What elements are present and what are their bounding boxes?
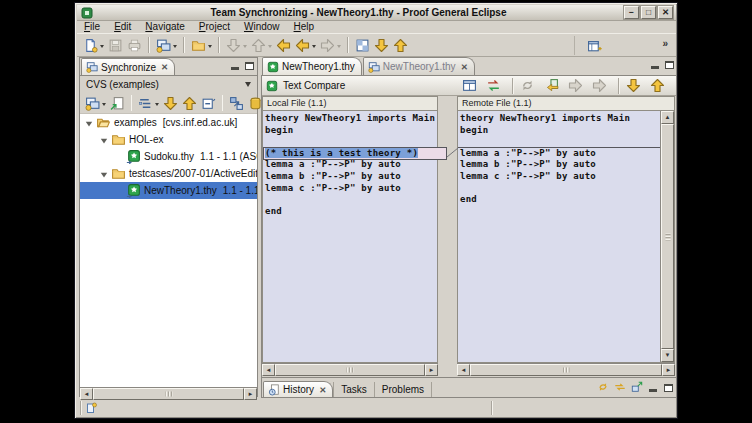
tree-item-hol-ex[interactable]: HOL-ex bbox=[80, 131, 257, 148]
maximize-view-button[interactable] bbox=[663, 383, 673, 392]
window-close-button[interactable]: ✕ bbox=[658, 6, 673, 19]
copy-all-nonconflicting-button[interactable] bbox=[519, 77, 541, 95]
two-pane-view-button[interactable] bbox=[461, 77, 483, 95]
minimize-view-button[interactable] bbox=[648, 383, 658, 392]
code-line[interactable]: end bbox=[265, 206, 437, 218]
scrollbar-thumb[interactable] bbox=[275, 364, 425, 376]
next-difference-button[interactable] bbox=[162, 94, 179, 112]
code-line[interactable]: lemma a :"P-->P" by auto bbox=[460, 148, 660, 160]
code-line[interactable]: lemma b :"P-->P" by auto bbox=[460, 159, 660, 171]
maximize-editor-button[interactable] bbox=[664, 60, 674, 69]
next-change-button[interactable] bbox=[373, 36, 390, 54]
close-icon[interactable]: ✕ bbox=[319, 385, 326, 395]
close-icon[interactable]: ✕ bbox=[461, 62, 468, 72]
previous-difference-button[interactable] bbox=[181, 94, 198, 112]
open-folder-button[interactable] bbox=[190, 36, 213, 54]
code-line[interactable]: begin bbox=[265, 125, 437, 137]
toolbar-overflow-chevron[interactable]: » bbox=[662, 38, 668, 49]
local-file-pane[interactable]: theory NewTheory1 imports Mainbegin(* th… bbox=[262, 111, 438, 363]
code-line[interactable]: lemma b :"P-->P" by auto bbox=[265, 171, 437, 183]
synchronize-refresh-button[interactable] bbox=[84, 94, 107, 112]
scroll-up-button[interactable]: ▲ bbox=[661, 111, 674, 124]
maximize-view-button[interactable] bbox=[244, 61, 254, 70]
window-minimize-button[interactable]: − bbox=[624, 6, 639, 19]
navigator-button[interactable] bbox=[354, 36, 371, 54]
tab-history[interactable]: History ✕ bbox=[263, 381, 333, 397]
window-maximize-button[interactable]: □ bbox=[641, 6, 656, 19]
local-code[interactable]: theory NewTheory1 imports Mainbegin(* th… bbox=[263, 111, 437, 217]
code-line[interactable]: lemma a :"P-->P" by auto bbox=[265, 159, 437, 171]
previous-change-button[interactable] bbox=[392, 36, 409, 54]
copy-current-left-to-right-button[interactable] bbox=[567, 77, 589, 95]
back-history-button[interactable] bbox=[294, 36, 317, 54]
copy-all-left-to-right-button[interactable] bbox=[591, 77, 613, 95]
collapse-all-button[interactable] bbox=[200, 94, 217, 112]
presentation-mode-button[interactable] bbox=[137, 94, 160, 112]
scroll-down-button[interactable]: ▼ bbox=[661, 349, 674, 362]
code-line[interactable] bbox=[265, 136, 437, 148]
code-line[interactable]: (* this is a test theory *) bbox=[265, 148, 437, 160]
refresh-icon[interactable] bbox=[597, 381, 609, 393]
link-with-editor-icon[interactable] bbox=[631, 381, 643, 393]
scroll-right-button[interactable]: ► bbox=[425, 364, 438, 376]
remote-file-pane[interactable]: theory NewTheory1 imports Mainbeginlemma… bbox=[457, 111, 675, 363]
menu-help[interactable]: Help bbox=[287, 21, 322, 32]
menu-project[interactable]: Project bbox=[192, 21, 237, 32]
next-difference-button[interactable] bbox=[625, 77, 647, 95]
code-line[interactable]: theory NewTheory1 imports Main bbox=[265, 113, 437, 125]
pin-current-button[interactable] bbox=[109, 94, 126, 112]
remote-horizontal-scrollbar[interactable]: ◄ ► bbox=[457, 363, 675, 376]
new-wizard-button[interactable] bbox=[82, 36, 105, 54]
save-button[interactable] bbox=[107, 36, 124, 54]
code-line[interactable]: lemma c :"P-->P" by auto bbox=[460, 171, 660, 183]
view-menu-chevron-icon[interactable] bbox=[245, 82, 251, 90]
remote-vertical-scrollbar[interactable]: ▲ ▼ bbox=[660, 111, 674, 362]
code-line[interactable]: begin bbox=[460, 125, 660, 137]
scroll-right-button[interactable]: ► bbox=[662, 364, 675, 376]
tree-item-newtheory1-thy[interactable]: NewTheory1.thy1.1 - 1.1 (A bbox=[80, 182, 257, 199]
close-icon[interactable]: ✕ bbox=[161, 62, 168, 72]
previous-difference-button[interactable] bbox=[649, 77, 671, 95]
menu-window[interactable]: Window bbox=[237, 21, 287, 32]
expander-icon[interactable] bbox=[100, 170, 110, 178]
tab-synchronize[interactable]: Synchronize ✕ bbox=[81, 58, 175, 75]
commit-button[interactable] bbox=[225, 36, 248, 54]
code-line[interactable] bbox=[460, 183, 660, 195]
tab-newtheory1-compare[interactable]: NewTheory1.thy ✕ bbox=[363, 57, 475, 75]
copy-current-right-to-left-button[interactable] bbox=[543, 77, 565, 95]
menu-file[interactable]: File bbox=[77, 21, 107, 32]
open-perspective-button[interactable] bbox=[586, 37, 603, 55]
minimize-view-button[interactable] bbox=[230, 61, 240, 70]
scrollbar-thumb[interactable] bbox=[661, 124, 674, 349]
back-button[interactable] bbox=[275, 36, 292, 54]
tab-tasks[interactable]: Tasks bbox=[333, 382, 375, 397]
code-line[interactable]: lemma c :"P-->P" by auto bbox=[265, 183, 437, 195]
scrollbar-thumb[interactable] bbox=[470, 364, 662, 376]
code-line[interactable]: end bbox=[460, 194, 660, 206]
expander-icon[interactable] bbox=[100, 136, 110, 144]
menu-edit[interactable]: Edit bbox=[107, 21, 138, 32]
menu-navigate[interactable]: Navigate bbox=[138, 21, 191, 32]
tab-newtheory1-editor[interactable]: NewTheory1.thy bbox=[262, 57, 362, 75]
tree-item-testcases-2007-01-activeeditorv[interactable]: testcases/2007-01/ActiveEditorV bbox=[80, 165, 257, 182]
scroll-left-button[interactable]: ◄ bbox=[262, 364, 275, 376]
synchronize-button[interactable] bbox=[155, 36, 178, 54]
swap-left-right-button[interactable] bbox=[485, 77, 507, 95]
expander-icon[interactable] bbox=[85, 119, 95, 127]
forward-button[interactable] bbox=[319, 36, 342, 54]
minimize-editor-button[interactable] bbox=[650, 60, 660, 69]
update-button[interactable] bbox=[250, 36, 273, 54]
local-horizontal-scrollbar[interactable]: ◄ ► bbox=[262, 363, 438, 376]
code-line[interactable] bbox=[265, 194, 437, 206]
code-line[interactable] bbox=[460, 136, 660, 148]
code-line[interactable]: theory NewTheory1 imports Main bbox=[460, 113, 660, 125]
print-button[interactable] bbox=[126, 36, 143, 54]
update-all-button[interactable] bbox=[228, 94, 245, 112]
tree-item-sudoku-thy[interactable]: Sudoku.thy1.1 - 1.1 (ASCII - bbox=[80, 148, 257, 165]
tree-item-examples[interactable]: examples[cvs.inf.ed.ac.uk] bbox=[80, 114, 257, 131]
remote-code[interactable]: theory NewTheory1 imports Mainbeginlemma… bbox=[458, 111, 660, 362]
tab-problems[interactable]: Problems bbox=[375, 382, 432, 397]
title-bar[interactable]: Team Synchronizing - NewTheory1.thy - Pr… bbox=[77, 5, 676, 21]
sync-refresh-icon[interactable] bbox=[614, 381, 626, 393]
status-item-icon[interactable] bbox=[85, 402, 97, 414]
